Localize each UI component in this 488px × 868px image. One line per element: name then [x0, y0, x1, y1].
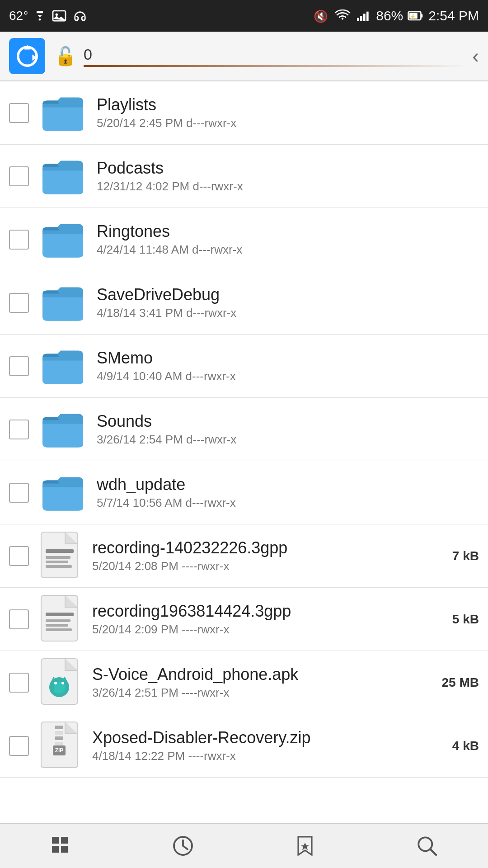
checkbox[interactable]: [9, 166, 29, 186]
folder-icon: [40, 409, 85, 450]
svg-rect-31: [55, 736, 63, 740]
list-item[interactable]: SaveDriveDebug 4/18/14 3:41 PM d---rwxr-…: [0, 271, 488, 335]
svg-rect-4: [357, 18, 359, 21]
svg-point-26: [54, 682, 57, 684]
list-item[interactable]: recording-140232226.3gpp 5/20/14 2:08 PM…: [0, 524, 488, 588]
svg-rect-18: [46, 565, 72, 568]
top-bar: 🔓 0 ‹: [0, 32, 488, 81]
file-meta: 4/18/14 3:41 PM d---rwxr-x: [97, 306, 479, 320]
status-bar: 62° 🔇 86% ⚡: [0, 0, 488, 32]
media-file-icon: [40, 531, 81, 581]
status-right: 🔇 86% ⚡ 2:54 PM: [314, 8, 479, 24]
list-item[interactable]: wdh_update 5/7/14 10:56 AM d---rwxr-x: [0, 461, 488, 524]
svg-rect-21: [46, 619, 70, 622]
checkbox[interactable]: [9, 293, 29, 313]
bookmark-button[interactable]: [287, 828, 323, 864]
file-info: Sounds 3/26/14 2:54 PM d---rwxr-x: [97, 412, 479, 447]
list-item[interactable]: ZIP Xposed-Disabler-Recovery.zip 4/18/14…: [0, 714, 488, 778]
checkbox[interactable]: [9, 673, 29, 693]
svg-rect-17: [46, 561, 68, 563]
folder-icon: [40, 283, 85, 323]
list-item[interactable]: SMemo 4/9/14 10:40 AM d---rwxr-x: [0, 335, 488, 398]
zip-file-icon: ZIP: [40, 721, 81, 771]
headphones-icon: [72, 9, 88, 22]
file-name: Sounds: [97, 412, 479, 431]
svg-rect-22: [46, 624, 68, 627]
search-button[interactable]: [409, 828, 445, 864]
file-info: SaveDriveDebug 4/18/14 3:41 PM d---rwxr-…: [97, 285, 479, 320]
sync-svg: [15, 44, 40, 69]
list-item[interactable]: S-Voice_Android_phone.apk 3/26/14 2:51 P…: [0, 651, 488, 714]
file-name: Xposed-Disabler-Recovery.zip: [92, 728, 434, 747]
file-meta: 5/20/14 2:45 PM d---rwxr-x: [97, 116, 479, 130]
svg-rect-32: [55, 742, 63, 745]
svg-rect-35: [52, 837, 59, 844]
checkbox[interactable]: [9, 609, 29, 629]
file-meta: 4/18/14 12:22 PM ----rwxr-x: [92, 749, 434, 763]
history-button[interactable]: [165, 828, 201, 864]
file-size: 25 MB: [434, 675, 479, 690]
checkbox[interactable]: [9, 736, 29, 756]
checkbox[interactable]: [9, 546, 29, 566]
file-info: wdh_update 5/7/14 10:56 AM d---rwxr-x: [97, 475, 479, 510]
svg-rect-23: [46, 628, 72, 631]
svg-point-27: [61, 682, 64, 684]
file-info: S-Voice_Android_phone.apk 3/26/14 2:51 P…: [92, 665, 434, 700]
battery-icon: ⚡: [408, 9, 424, 22]
file-name: recording-140232226.3gpp: [92, 538, 434, 557]
file-meta: 5/7/14 10:56 AM d---rwxr-x: [97, 496, 479, 510]
svg-rect-38: [61, 846, 68, 853]
file-meta: 3/26/14 2:54 PM d---rwxr-x: [97, 433, 479, 447]
svg-rect-20: [46, 613, 74, 616]
grid-button[interactable]: [43, 828, 79, 864]
bookmark-icon: [294, 835, 316, 857]
checkbox[interactable]: [9, 103, 29, 123]
search-icon: [416, 835, 438, 857]
svg-rect-36: [61, 837, 68, 844]
file-info: Ringtones 4/24/14 11:48 AM d---rwxr-x: [97, 222, 479, 257]
file-meta: 3/26/14 2:51 PM ----rwxr-x: [92, 686, 434, 700]
tab-number: 0: [84, 46, 468, 63]
lock-icon: 🔓: [54, 46, 77, 67]
svg-rect-29: [55, 726, 63, 729]
file-meta: 5/20/14 2:08 PM ----rwxr-x: [92, 559, 434, 573]
list-item[interactable]: Ringtones 4/24/14 11:48 AM d---rwxr-x: [0, 208, 488, 271]
svg-rect-10: [421, 14, 423, 18]
image-icon: [52, 9, 67, 22]
svg-rect-30: [55, 731, 63, 735]
svg-text:⚡: ⚡: [410, 14, 416, 19]
file-size: 4 kB: [434, 739, 479, 753]
svg-rect-5: [360, 16, 362, 21]
file-size: 7 kB: [434, 549, 479, 563]
svg-text:🔇: 🔇: [314, 9, 328, 23]
file-name: Playlists: [97, 95, 479, 114]
svg-rect-6: [363, 14, 366, 21]
history-icon: [172, 835, 194, 857]
media-file-icon: [40, 594, 81, 644]
checkbox[interactable]: [9, 420, 29, 439]
sync-icon[interactable]: [9, 38, 45, 74]
signal-icon: [355, 9, 371, 22]
checkbox[interactable]: [9, 230, 29, 250]
back-button[interactable]: ‹: [472, 45, 479, 67]
list-item[interactable]: Playlists 5/20/14 2:45 PM d---rwxr-x: [0, 81, 488, 145]
file-info: Playlists 5/20/14 2:45 PM d---rwxr-x: [97, 95, 479, 130]
folder-icon: [40, 346, 85, 387]
list-item[interactable]: recording1963814424.3gpp 5/20/14 2:09 PM…: [0, 588, 488, 651]
status-left: 62°: [9, 8, 88, 24]
file-meta: 4/9/14 10:40 AM d---rwxr-x: [97, 369, 479, 383]
file-name: Podcasts: [97, 159, 479, 178]
usb-icon: [33, 8, 46, 24]
file-name: recording1963814424.3gpp: [92, 602, 434, 621]
temperature: 62°: [9, 9, 28, 23]
checkbox[interactable]: [9, 356, 29, 376]
battery-pct: 86%: [376, 8, 403, 24]
apk-file-icon: [40, 658, 81, 708]
checkbox[interactable]: [9, 483, 29, 503]
list-item[interactable]: Sounds 3/26/14 2:54 PM d---rwxr-x: [0, 398, 488, 461]
tab-underline: [84, 65, 468, 67]
folder-icon: [40, 93, 85, 133]
list-item[interactable]: Podcasts 12/31/12 4:02 PM d---rwxr-x: [0, 145, 488, 208]
file-name: SaveDriveDebug: [97, 285, 479, 304]
folder-icon: [40, 219, 85, 260]
